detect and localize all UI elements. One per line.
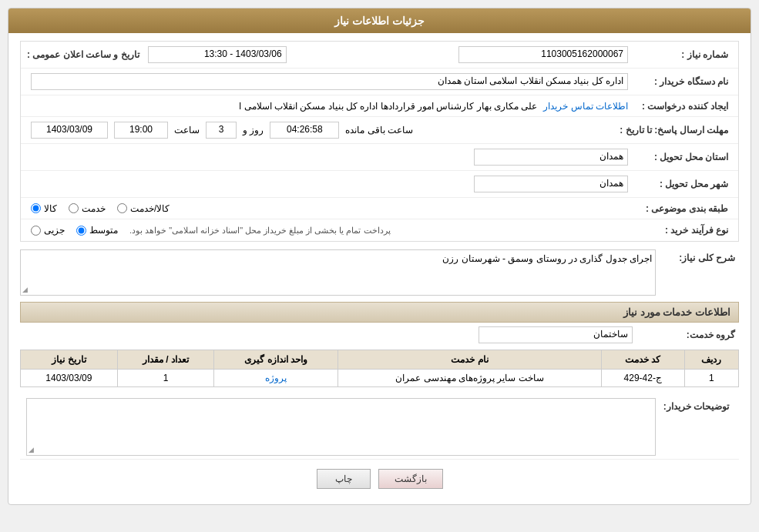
category-label: طبقه بندی موضوعی : bbox=[632, 203, 732, 214]
purchase-radio-small: جزیی bbox=[31, 225, 65, 236]
category-radio-kala: کالا bbox=[31, 203, 57, 214]
purchase-radio-small-input[interactable] bbox=[31, 226, 41, 236]
purchase-label-small: جزیی bbox=[44, 225, 65, 236]
requester-row: ایجاد کننده درخواست : اطلاعات تماس خریدا… bbox=[21, 95, 738, 117]
requester-name: علی مکاری بهار کارشناس امور قراردادها اد… bbox=[239, 101, 537, 112]
days-field: 3 bbox=[206, 122, 237, 139]
service-info-title: اطلاعات خدمات مورد نیاز bbox=[623, 306, 730, 318]
col-header-code: کد خدمت bbox=[601, 350, 684, 370]
need-number-value: 1103005162000067 bbox=[287, 45, 632, 65]
purchase-type-value: پرداخت تمام یا بخشی از مبلغ خریداز محل "… bbox=[27, 223, 632, 237]
buyer-org-value: اداره کل بنیاد مسکن انقلاب اسلامی استان … bbox=[27, 72, 632, 92]
service-group-row: گروه خدمت: ساختمان bbox=[20, 326, 739, 343]
service-table-head: ردیف کد خدمت نام خدمت واحد اندازه گیری ت… bbox=[21, 350, 739, 370]
date-row: ساعت باقی مانده 04:26:58 روز و 3 ساعت 19… bbox=[31, 122, 616, 139]
delivery-province-label: استان محل تحویل : bbox=[632, 152, 732, 162]
announcement-date-block: 1403/03/06 - 13:30 تاریخ و ساعت اعلان عم… bbox=[27, 46, 287, 63]
buyer-org-label: نام دستگاه خریدار : bbox=[632, 76, 732, 87]
button-row: بازگشت چاپ bbox=[20, 469, 739, 497]
reply-deadline-value: ساعت باقی مانده 04:26:58 روز و 3 ساعت 19… bbox=[27, 120, 620, 140]
cell-unit-1: پروژه bbox=[214, 370, 338, 387]
print-button[interactable]: چاپ bbox=[317, 469, 371, 489]
purchase-radio-medium: متوسط bbox=[76, 225, 118, 236]
purchase-radio-medium-input[interactable] bbox=[76, 226, 86, 236]
announcement-date-field: 1403/03/06 - 13:30 bbox=[148, 46, 287, 63]
reply-date-field: 1403/03/09 bbox=[31, 122, 108, 139]
category-label-khedmat: خدمت bbox=[82, 203, 106, 214]
purchase-notice: پرداخت تمام یا بخشی از مبلغ خریداز محل "… bbox=[129, 226, 391, 236]
delivery-city-row: شهر محل تحویل : همدان bbox=[21, 171, 738, 198]
requester-contact-link[interactable]: اطلاعات تماس خریدار bbox=[543, 101, 628, 112]
col-header-row: ردیف bbox=[684, 350, 738, 370]
buyer-desc-section: توضیحات خریدار: ◢ bbox=[20, 395, 739, 460]
requester-label: ایجاد کننده درخواست : bbox=[632, 101, 732, 112]
category-radio-kala-khedmat-input[interactable] bbox=[117, 203, 127, 213]
info-section: شماره نیاز : 1103005162000067 1403/03/06… bbox=[20, 41, 739, 242]
remaining-time-field: 04:26:58 bbox=[270, 122, 339, 139]
col-header-unit: واحد اندازه گیری bbox=[214, 350, 338, 370]
card-header: جزئیات اطلاعات نیاز bbox=[8, 8, 751, 33]
page-title: جزئیات اطلاعات نیاز bbox=[334, 15, 425, 27]
cell-date-1: 1403/03/09 bbox=[21, 370, 118, 387]
col-header-date: تاریخ نیاز bbox=[21, 350, 118, 370]
cell-code-1: ج-42-429 bbox=[601, 370, 684, 387]
table-row: 1 ج-42-429 ساخت سایر پروژه‌های مهندسی عم… bbox=[21, 370, 739, 387]
service-table-body: 1 ج-42-429 ساخت سایر پروژه‌های مهندسی عم… bbox=[21, 370, 739, 387]
need-number-row: شماره نیاز : 1103005162000067 1403/03/06… bbox=[21, 42, 738, 69]
delivery-province-field: همدان bbox=[474, 149, 628, 166]
purchase-label-medium: متوسط bbox=[89, 225, 118, 236]
service-table: ردیف کد خدمت نام خدمت واحد اندازه گیری ت… bbox=[20, 350, 739, 387]
purchase-type-row: نوع فرآیند خرید : پرداخت تمام یا بخشی از… bbox=[21, 219, 738, 241]
need-description-textarea-wrapper: ◢ bbox=[20, 249, 656, 296]
service-table-header-row: ردیف کد خدمت نام خدمت واحد اندازه گیری ت… bbox=[21, 350, 739, 370]
cell-name-1: ساخت سایر پروژه‌های مهندسی عمران bbox=[338, 370, 601, 387]
time-label: ساعت bbox=[174, 125, 200, 136]
service-info-header: اطلاعات خدمات مورد نیاز bbox=[20, 302, 739, 323]
main-card: جزئیات اطلاعات نیاز شماره نیاز : 1103005… bbox=[8, 8, 751, 505]
category-radio-khedmat: خدمت bbox=[69, 203, 106, 214]
need-number-field: 1103005162000067 bbox=[458, 46, 628, 63]
reply-deadline-row: مهلت ارسال پاسخ: تا تاریخ : ساعت باقی ما… bbox=[21, 117, 738, 144]
category-row: طبقه بندی موضوعی : کالا/خدمت خدمت bbox=[21, 198, 738, 219]
requester-value: اطلاعات تماس خریدار علی مکاری بهار کارشن… bbox=[27, 99, 632, 113]
delivery-city-value: همدان bbox=[27, 174, 632, 194]
category-radio-kala-input[interactable] bbox=[31, 203, 41, 213]
delivery-province-row: استان محل تحویل : همدان bbox=[21, 144, 738, 171]
card-body: شماره نیاز : 1103005162000067 1403/03/06… bbox=[8, 33, 751, 504]
category-radio-group: کالا/خدمت خدمت کالا bbox=[31, 203, 628, 214]
back-button[interactable]: بازگشت bbox=[378, 469, 443, 489]
service-group-label: گروه خدمت: bbox=[639, 330, 739, 340]
delivery-city-field: همدان bbox=[474, 176, 628, 192]
need-description-textarea[interactable] bbox=[21, 250, 655, 293]
delivery-province-value: همدان bbox=[27, 147, 632, 167]
buyer-org-field: اداره کل بنیاد مسکن انقلاب اسلامی استان … bbox=[31, 73, 628, 90]
delivery-city-label: شهر محل تحویل : bbox=[632, 179, 732, 189]
cell-row-1: 1 bbox=[684, 370, 738, 387]
reply-deadline-label: مهلت ارسال پاسخ: تا تاریخ : bbox=[620, 125, 732, 136]
service-group-field: ساختمان bbox=[479, 326, 633, 343]
category-label-kala-khedmat: کالا/خدمت bbox=[130, 203, 170, 214]
category-label-kala: کالا bbox=[44, 203, 57, 214]
category-value: کالا/خدمت خدمت کالا bbox=[27, 202, 632, 216]
need-description-wrapper: ◢ (function(){ var ta = document.querySe… bbox=[20, 249, 656, 296]
buyer-desc-textarea[interactable] bbox=[27, 399, 655, 453]
category-radio-khedmat-input[interactable] bbox=[69, 203, 79, 213]
days-label: روز و bbox=[243, 125, 264, 136]
purchase-radio-group: پرداخت تمام یا بخشی از مبلغ خریداز محل "… bbox=[31, 225, 628, 236]
reply-time-field: 19:00 bbox=[114, 122, 168, 139]
need-description-label: شرح کلی نیاز: bbox=[662, 249, 739, 263]
purchase-type-label: نوع فرآیند خرید : bbox=[632, 225, 732, 236]
cell-qty-1: 1 bbox=[117, 370, 214, 387]
buyer-desc-textarea-wrapper: ◢ bbox=[26, 398, 656, 456]
announcement-date-label: تاریخ و ساعت اعلان عمومی : bbox=[27, 49, 143, 60]
need-description-section: شرح کلی نیاز: ◢ (function(){ var ta = do… bbox=[20, 249, 739, 296]
buyer-desc-label: توضیحات خریدار: bbox=[656, 398, 733, 412]
col-header-qty: تعداد / مقدار bbox=[117, 350, 214, 370]
need-number-label: شماره نیاز : bbox=[632, 49, 732, 60]
buyer-desc-wrapper: ◢ bbox=[26, 398, 656, 456]
col-header-name: نام خدمت bbox=[338, 350, 601, 370]
buyer-desc-resize-icon: ◢ bbox=[29, 446, 34, 453]
page-wrapper: جزئیات اطلاعات نیاز شماره نیاز : 1103005… bbox=[0, 0, 759, 532]
resize-handle-icon: ◢ bbox=[22, 286, 28, 293]
buyer-org-row: نام دستگاه خریدار : اداره کل بنیاد مسکن … bbox=[21, 69, 738, 95]
